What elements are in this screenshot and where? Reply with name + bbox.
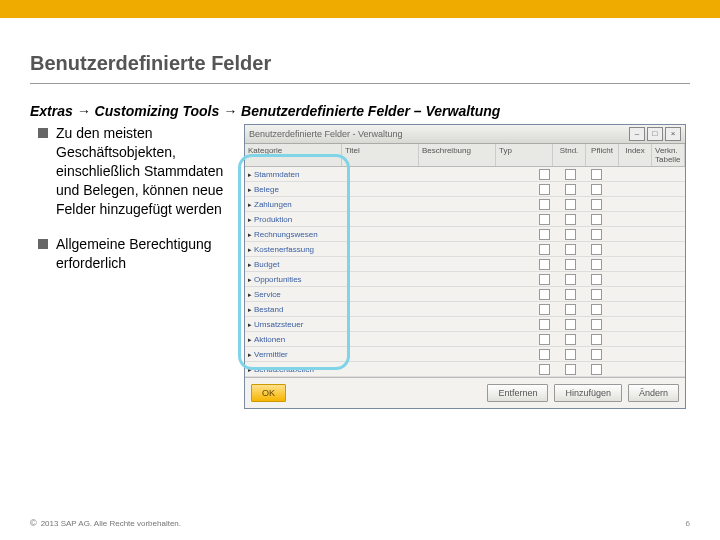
checkbox[interactable] [539,304,550,315]
checkbox[interactable] [591,259,602,270]
table-row[interactable]: ▸Service [245,287,685,302]
table-row[interactable]: ▸Benutzertabellen [245,362,685,377]
table-row[interactable]: ▸Stammdaten [245,167,685,182]
expand-icon[interactable]: ▸ [248,351,252,358]
checkbox[interactable] [539,184,550,195]
checkbox[interactable] [591,304,602,315]
expand-icon[interactable]: ▸ [248,246,252,253]
checkbox[interactable] [565,364,576,375]
col-type: Typ [496,144,553,166]
checkbox[interactable] [539,229,550,240]
checkbox[interactable] [591,244,602,255]
checkbox[interactable] [565,304,576,315]
expand-icon[interactable]: ▸ [248,261,252,268]
checkbox[interactable] [539,169,550,180]
expand-icon[interactable]: ▸ [248,186,252,193]
checkbox[interactable] [565,259,576,270]
checkbox[interactable] [565,229,576,240]
app-window: Benutzerdefinierte Felder - Verwaltung –… [244,124,686,409]
category-cell: ▸Kostenerfassung [245,245,341,254]
expand-icon[interactable]: ▸ [248,231,252,238]
checkbox[interactable] [565,199,576,210]
table-row[interactable]: ▸Produktion [245,212,685,227]
table-row[interactable]: ▸Belege [245,182,685,197]
col-index: Index [619,144,652,166]
copyright-icon: © [30,518,37,528]
expand-icon[interactable]: ▸ [248,276,252,283]
table-row[interactable]: ▸Kostenerfassung [245,242,685,257]
table-row[interactable]: ▸Umsatzsteuer [245,317,685,332]
checkbox[interactable] [565,349,576,360]
category-cell: ▸Belege [245,185,341,194]
checkbox[interactable] [565,214,576,225]
checkbox[interactable] [539,334,550,345]
checkbox[interactable] [539,259,550,270]
remove-button[interactable]: Entfernen [487,384,548,402]
minimize-button[interactable]: – [629,127,645,141]
col-category: Kategorie [245,144,342,166]
checkbox[interactable] [539,274,550,285]
category-cell: ▸Vermittler [245,350,341,359]
list-item: Allgemeine Berechtigung erforderlich [30,235,230,273]
checkbox[interactable] [591,274,602,285]
expand-icon[interactable]: ▸ [248,336,252,343]
checkbox[interactable] [591,169,602,180]
table-row[interactable]: ▸Vermittler [245,347,685,362]
expand-icon[interactable]: ▸ [248,321,252,328]
bullet-list: Zu den meisten Geschäftsobjekten, einsch… [30,124,230,409]
checkbox[interactable] [539,289,550,300]
table-row[interactable]: ▸Zahlungen [245,197,685,212]
checkbox[interactable] [539,319,550,330]
category-cell: ▸Rechnungswesen [245,230,341,239]
table-row[interactable]: ▸Opportunities [245,272,685,287]
table-row[interactable]: ▸Budget [245,257,685,272]
checkbox[interactable] [591,319,602,330]
expand-icon[interactable]: ▸ [248,201,252,208]
col-linked-table: Verkn. Tabelle [652,144,685,166]
checkbox[interactable] [565,169,576,180]
category-cell: ▸Bestand [245,305,341,314]
checkbox[interactable] [565,334,576,345]
col-active: Stnd. [553,144,586,166]
checkbox[interactable] [539,199,550,210]
checkbox[interactable] [591,214,602,225]
col-title: Titel [342,144,419,166]
checkbox[interactable] [591,184,602,195]
checkbox[interactable] [539,244,550,255]
close-button[interactable]: × [665,127,681,141]
checkbox[interactable] [591,199,602,210]
category-cell: ▸Zahlungen [245,200,341,209]
col-description: Beschreibung [419,144,496,166]
expand-icon[interactable]: ▸ [248,306,252,313]
maximize-button[interactable]: □ [647,127,663,141]
bullet-text: Allgemeine Berechtigung erforderlich [56,235,230,273]
bullet-icon [38,239,48,249]
col-mandatory: Pflicht [586,144,619,166]
table-row[interactable]: ▸Bestand [245,302,685,317]
checkbox[interactable] [591,289,602,300]
table-row[interactable]: ▸Rechnungswesen [245,227,685,242]
checkbox[interactable] [565,244,576,255]
expand-icon[interactable]: ▸ [248,171,252,178]
checkbox[interactable] [539,364,550,375]
checkbox[interactable] [565,274,576,285]
checkbox[interactable] [539,214,550,225]
button-bar: OK Entfernen Hinzufügen Ändern [245,377,685,408]
table-row[interactable]: ▸Aktionen [245,332,685,347]
expand-icon[interactable]: ▸ [248,291,252,298]
expand-icon[interactable]: ▸ [248,366,252,373]
category-cell: ▸Umsatzsteuer [245,320,341,329]
checkbox[interactable] [565,289,576,300]
checkbox[interactable] [565,184,576,195]
expand-icon[interactable]: ▸ [248,216,252,223]
checkbox[interactable] [591,364,602,375]
checkbox[interactable] [591,334,602,345]
checkbox[interactable] [539,349,550,360]
bullet-icon [38,128,48,138]
checkbox[interactable] [591,229,602,240]
ok-button[interactable]: OK [251,384,286,402]
update-button[interactable]: Ändern [628,384,679,402]
checkbox[interactable] [565,319,576,330]
checkbox[interactable] [591,349,602,360]
add-button[interactable]: Hinzufügen [554,384,622,402]
